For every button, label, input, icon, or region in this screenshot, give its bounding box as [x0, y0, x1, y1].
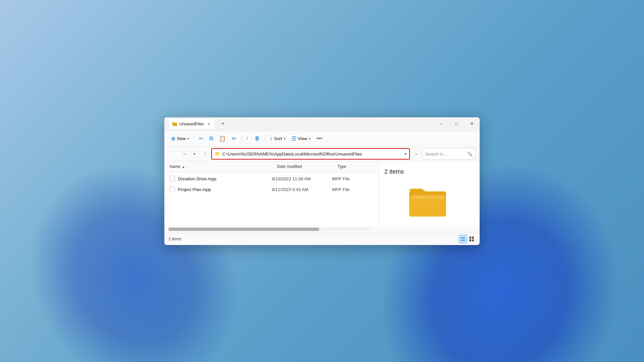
preview-count: 2 items: [384, 168, 404, 175]
back-button[interactable]: ←: [168, 149, 178, 159]
table-row[interactable]: Project Plan.mpp 9/11/2023 6:43 AM MPP F…: [164, 184, 379, 195]
svg-rect-3: [461, 237, 465, 238]
minimize-button[interactable]: ─: [433, 117, 449, 131]
rename-button[interactable]: ✏: [229, 134, 239, 143]
delete-button[interactable]: 🗑: [252, 134, 263, 143]
search-icon[interactable]: 🔍: [467, 152, 473, 157]
type-column-header[interactable]: Type: [337, 164, 346, 169]
more-button[interactable]: •••: [314, 134, 325, 143]
paste-icon: 📋: [219, 135, 226, 142]
explorer-window: UnsavedFiles ✕ + ─ □ ✕ ⊕ New ▾ ✂ ⧉ 📋 ✏: [164, 117, 480, 245]
file-name: Donation Drive.mpp: [178, 176, 272, 181]
view-mode-icons: [459, 235, 476, 243]
column-headers: Name ▲ Date modified Type: [164, 162, 379, 172]
maximize-button[interactable]: □: [449, 117, 464, 131]
close-button[interactable]: ✕: [464, 117, 480, 131]
grid-view-button[interactable]: [468, 235, 476, 243]
address-bar-row: ← → ▾ ↑ 📁 C:\Users\%USERNAME%\AppData\Lo…: [164, 147, 480, 162]
svg-rect-5: [461, 240, 465, 241]
copy-icon: ⧉: [209, 135, 213, 141]
new-tab-button[interactable]: +: [218, 119, 228, 128]
svg-rect-6: [469, 237, 471, 239]
file-pane: Name ▲ Date modified Type D: [164, 162, 379, 226]
address-dropdown-icon[interactable]: ▾: [405, 152, 407, 156]
sort-label: Sort: [274, 136, 282, 141]
share-icon: ↑: [246, 135, 249, 141]
new-dropdown-icon: ▾: [187, 137, 189, 140]
address-path: C:\Users\%USERNAME%\AppData\Local\Micros…: [222, 152, 402, 157]
delete-icon: 🗑: [255, 135, 260, 141]
folder-icon-large: [409, 185, 449, 219]
new-label: New: [177, 136, 186, 141]
date-column-header[interactable]: Date modified: [277, 164, 337, 169]
list-view-button[interactable]: [459, 235, 467, 243]
document-icon: [170, 175, 175, 181]
grid-view-icon: [469, 237, 474, 241]
toolbar-separator-1: [194, 134, 194, 142]
file-list: Donation Drive.mpp 9/10/2023 11:39 AM MP…: [164, 172, 379, 226]
list-view-icon: [461, 237, 465, 241]
folder-preview: [409, 185, 449, 219]
sort-dropdown-icon: ▾: [284, 137, 285, 140]
scrollbar-thumb: [168, 228, 319, 231]
more-icon: •••: [317, 135, 322, 141]
name-column-header[interactable]: Name ▲: [170, 164, 277, 169]
content-area: Name ▲ Date modified Type D: [164, 162, 480, 226]
status-items-label: 2 items: [168, 237, 181, 241]
file-type: MPP File: [332, 176, 350, 181]
address-folder-icon: 📁: [215, 151, 220, 157]
view-icon: ☰: [291, 135, 296, 142]
date-column-label: Date modified: [277, 164, 302, 169]
svg-rect-2: [412, 196, 444, 199]
name-column-label: Name: [170, 164, 180, 169]
name-sort-arrow: ▲: [182, 165, 185, 169]
view-dropdown-icon: ▾: [309, 137, 311, 140]
tab-folder-icon: [172, 121, 177, 127]
view-label: View: [298, 136, 307, 141]
rename-icon: ✏: [232, 135, 236, 142]
title-bar-left: UnsavedFiles ✕ +: [168, 118, 433, 129]
copy-button[interactable]: ⧉: [207, 134, 216, 143]
active-tab[interactable]: UnsavedFiles ✕: [168, 118, 215, 129]
toolbar: ⊕ New ▾ ✂ ⧉ 📋 ✏ ↑ 🗑 ↕ Sort ▾ ☰: [164, 131, 480, 147]
tab-close-button[interactable]: ✕: [206, 121, 211, 127]
preview-pane: 2 items: [379, 162, 480, 226]
file-icon: [170, 186, 175, 193]
bottom-row: 2 items: [164, 226, 480, 245]
status-bar: 2 items: [164, 233, 480, 245]
document-icon: [170, 186, 175, 192]
search-placeholder: Search U...: [425, 152, 466, 157]
recent-locations-button[interactable]: ▾: [190, 149, 199, 159]
svg-rect-7: [472, 237, 474, 239]
table-row[interactable]: Donation Drive.mpp 9/10/2023 11:39 AM MP…: [164, 174, 379, 184]
toolbar-separator-3: [265, 134, 265, 142]
forward-button[interactable]: →: [179, 149, 189, 159]
share-button[interactable]: ↑: [243, 134, 251, 143]
up-button[interactable]: ↑: [201, 149, 210, 159]
address-bar[interactable]: 📁 C:\Users\%USERNAME%\AppData\Local\Micr…: [211, 148, 410, 160]
file-date: 9/11/2023 6:43 AM: [272, 187, 332, 192]
new-button[interactable]: ⊕ New ▾: [168, 134, 192, 143]
sort-button[interactable]: ↕ Sort ▾: [267, 134, 288, 143]
file-type: MPP File: [332, 187, 350, 192]
file-icon: [170, 175, 175, 183]
file-name: Project Plan.mpp: [178, 187, 272, 192]
search-box[interactable]: Search U... 🔍: [422, 148, 476, 160]
type-column-label: Type: [337, 164, 346, 169]
title-bar: UnsavedFiles ✕ + ─ □ ✕: [164, 117, 480, 131]
horizontal-scrollbar[interactable]: [168, 228, 370, 231]
paste-button[interactable]: 📋: [216, 134, 228, 143]
toolbar-separator-2: [241, 134, 241, 142]
scrollbar-row: [164, 226, 480, 233]
tab-title: UnsavedFiles: [179, 122, 204, 126]
file-date: 9/10/2023 11:39 AM: [272, 176, 332, 181]
cut-button[interactable]: ✂: [196, 134, 206, 143]
view-button[interactable]: ☰ View ▾: [289, 134, 313, 143]
window-controls: ─ □ ✕: [433, 117, 480, 131]
sort-icon: ↕: [270, 135, 272, 141]
new-icon: ⊕: [171, 135, 175, 142]
svg-rect-9: [472, 239, 474, 241]
svg-rect-4: [461, 239, 465, 239]
svg-rect-8: [469, 239, 471, 241]
address-go-button[interactable]: →: [411, 149, 421, 159]
